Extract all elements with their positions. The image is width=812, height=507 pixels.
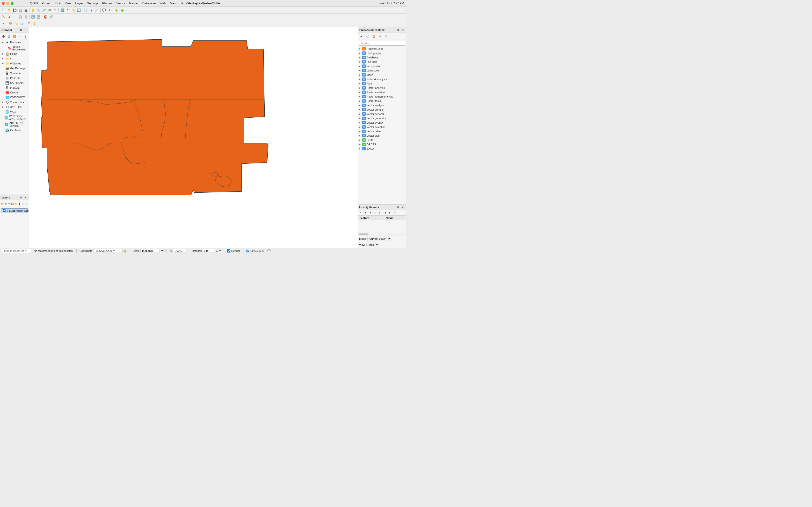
browser-item-home[interactable]: ▶ 🏠 Home [0,51,29,56]
identify-prev-btn[interactable]: ◀ [383,211,387,215]
proc-history-btn[interactable]: 🕐 [365,34,370,39]
browser-item-oracle[interactable]: 🔴 Oracle [0,90,29,95]
layers-close-icon[interactable]: ✕ [23,195,27,200]
browser-item-mssql[interactable]: 🗄 MSSQL [0,85,29,90]
menu-plugins[interactable]: Plugins [100,1,114,6]
identify-expand-btn[interactable]: ⬆ [363,211,368,215]
proc-item-file-tools[interactable]: ▶ ⚙ File tools [358,60,406,64]
proc-item-raster-analysis[interactable]: ▶ ⚙ Raster analysis [358,86,406,90]
select-tool-btn[interactable]: ↖ [1,21,6,26]
label-tool-btn[interactable]: 🏷️ [13,21,19,26]
layers-add-btn[interactable]: ➕ [4,201,7,207]
identify-select-all-btn[interactable]: ☐ [373,211,377,215]
locate-input[interactable] [2,249,31,253]
browser-item-arcgis[interactable]: 🌐 ArcGIS REST Servers [0,121,29,128]
map-tips-btn[interactable]: 💡 [32,21,37,26]
menu-project[interactable]: Project [40,1,53,6]
proc-item-vector-table[interactable]: ▶ ⚙ Vector table [358,129,406,133]
rotation-down-icon[interactable]: ▼ [219,249,221,252]
topology-btn[interactable]: 🔗 [48,14,54,19]
layers-down-btn[interactable]: ⬇ [21,201,24,207]
python-btn[interactable]: 🐍 [114,7,119,13]
browser-item-volumes[interactable]: ▶ 📁 /Volumes [0,61,29,66]
browser-item-wfs[interactable]: 🌐 WFS / OGC API - Features [0,114,29,121]
browser-item-wcs[interactable]: 🌐 WCS [0,109,29,114]
zoom-layer-btn[interactable]: ⊡ [52,7,58,13]
proc-item-raster-creation[interactable]: ▶ ⚙ Raster creation [358,90,406,95]
browser-collapse-btn[interactable]: ⬆ [17,34,22,39]
proc-item-vector-creation[interactable]: ▶ ⚙ Vector creation [358,107,406,112]
scale-input[interactable] [140,249,160,253]
proc-run-btn[interactable]: ▶ [359,34,364,39]
browser-item-wms[interactable]: 🌐 WMS/WMTS [0,95,29,100]
layers-group-btn[interactable]: 📁 [15,201,18,207]
menu-raster[interactable]: Raster [127,1,140,6]
proc-item-raster-tools[interactable]: ▶ ⚙ Raster tools [358,99,406,103]
proc-item-network-analysis[interactable]: ▶ ⚙ Network analysis [358,77,406,81]
browser-item-xyz-tiles[interactable]: ▶ ⬡ XYZ Tiles [0,105,29,109]
layers-expand-btn[interactable]: ⤢ [25,201,28,207]
plugin-btn[interactable]: 🧩 [119,7,125,13]
annotation-btn[interactable]: 💬 [101,7,107,13]
menu-settings[interactable]: Settings [85,1,100,6]
layer-visibility-checkbox[interactable] [3,209,6,212]
copy-feature-btn[interactable]: 📋 [18,14,23,19]
open-project-btn[interactable]: 📂 [6,7,12,13]
proc-item-mesh[interactable]: ▶ ⚙ Mesh [358,73,406,77]
proc-close-icon[interactable]: ✕ [401,28,405,32]
layer-supervisor-districts[interactable]: ■ Supervisor_Districts [1,208,28,213]
browser-item-vector-tiles[interactable]: ▶ ⬡ Vector Tiles [0,100,29,105]
map-canvas[interactable] [29,27,358,248]
rotation-input[interactable] [203,249,215,253]
message-icon-item[interactable]: 💬 [267,249,271,252]
browser-item-sap-hana[interactable]: 💾 SAP HANA [0,80,29,85]
measure-btn[interactable]: 📏 [70,7,76,13]
diagram-btn[interactable]: 📊 [19,21,24,26]
proc-item-raster-terrain[interactable]: ▶ ⚙ Raster terrain analysis [358,95,406,99]
layer-style-btn[interactable]: 🎨 [8,21,13,26]
identify-copy-btn[interactable]: 📋 [378,211,382,215]
layers-up-btn[interactable]: ⬆ [18,201,21,207]
browser-settings-icon[interactable]: ⚙ [19,28,23,32]
epsg-item[interactable]: 🌍 EPSG:4326 [246,249,264,252]
menu-qgis[interactable]: QGIS [28,1,40,6]
print-btn[interactable]: 🖨️ [23,7,29,13]
identify-mode-select[interactable]: Current Layer [367,237,391,241]
menu-view[interactable]: View [63,1,73,6]
layers-settings-icon[interactable]: ⚙ [19,195,23,200]
snap-btn[interactable]: 🧲 [43,14,48,19]
browser-add-btn[interactable]: ➕ [1,34,6,39]
minimize-button[interactable] [6,2,9,5]
refresh-btn[interactable]: 🔄 [76,7,82,13]
layers-open-btn[interactable]: 📂 [1,201,4,207]
zoom-full-btn[interactable]: ⊞ [47,7,52,13]
scale-dropdown-icon[interactable]: ▼ [161,249,163,252]
rotation-up-icon[interactable]: ▲ [216,249,218,252]
identify-collapse-btn[interactable]: ⬇ [368,211,373,215]
new-project-btn[interactable]: 📄 [1,7,6,13]
proc-item-recently-used[interactable]: ▶ ⏱ Recently used [358,47,406,51]
browser-item-geonode[interactable]: 🌍 GeoNode [0,128,29,132]
proc-settings-icon[interactable]: ⚙ [396,28,400,32]
save-project-btn[interactable]: 💾 [12,7,17,13]
undo-btn[interactable]: ↩️ [30,14,36,19]
proc-models-btn[interactable]: ⚙ [377,34,382,39]
identify-next-btn[interactable]: ▶ [388,211,392,215]
identify-view-select[interactable]: Tree [366,243,379,247]
proc-item-vector-overlay[interactable]: ▶ ⚙ Vector overlay [358,120,406,125]
proc-item-vector-general[interactable]: ▶ ⚙ Vector general [358,112,406,116]
menu-edit[interactable]: Edit [53,1,63,6]
layers-filter-btn[interactable]: 🔽 [11,201,14,207]
zoom-in-btn[interactable]: 🔍 [36,7,41,13]
browser-close-icon[interactable]: ✕ [23,28,27,32]
coordinate-input[interactable] [94,249,122,253]
save-as-btn[interactable]: 📋 [18,7,23,13]
statistics-btn[interactable]: 📈 [94,7,100,13]
menu-vector[interactable]: Vector [114,1,128,6]
zoom-out-btn[interactable]: 🔎 [41,7,47,13]
proc-item-interpolation[interactable]: ▶ ⚙ Interpolation [358,64,406,68]
browser-item-favorites[interactable]: ▶ ★ Favorites [0,40,29,45]
node-tool-btn[interactable]: ◈ [6,14,12,19]
proc-item-saga[interactable]: ▶ S SAGA [358,147,406,151]
proc-item-vector-selection[interactable]: ▶ ⚙ Vector selection [358,125,406,129]
